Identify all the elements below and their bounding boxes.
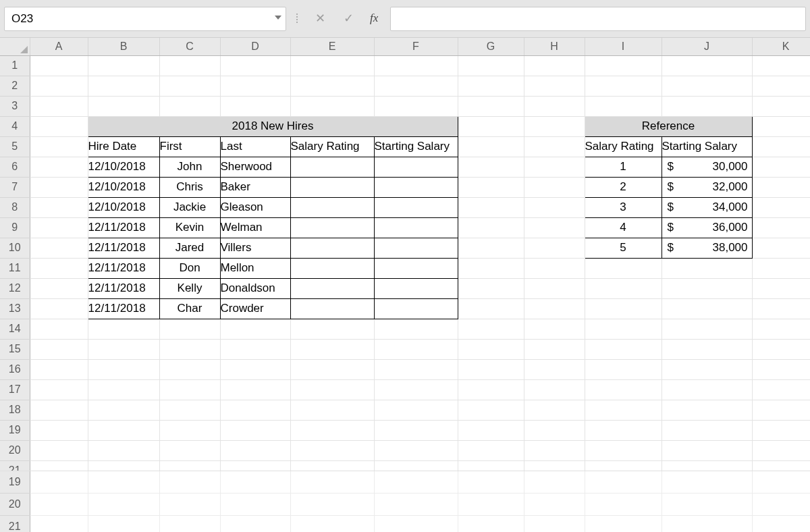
cell[interactable] <box>30 359 88 379</box>
cell[interactable] <box>30 258 88 278</box>
row-header[interactable]: 1 <box>0 55 30 76</box>
hires-cell[interactable] <box>290 177 374 197</box>
cell[interactable] <box>458 298 524 319</box>
row-header[interactable]: 2 <box>0 76 30 96</box>
cell[interactable] <box>585 379 662 400</box>
hires-cell[interactable]: Jared <box>159 238 220 258</box>
cell[interactable] <box>524 359 585 379</box>
ref-cell[interactable]: $36,000 <box>662 217 752 238</box>
row-header[interactable]: 17 <box>0 379 30 400</box>
cell[interactable] <box>752 96 810 116</box>
cell[interactable] <box>585 55 662 76</box>
cell[interactable] <box>585 400 662 420</box>
cell[interactable] <box>159 494 220 516</box>
cell[interactable] <box>524 494 585 516</box>
cell[interactable] <box>524 116 585 136</box>
cell[interactable] <box>88 471 159 494</box>
cell[interactable] <box>585 359 662 379</box>
col-header-I[interactable]: I <box>585 38 662 55</box>
cell[interactable] <box>662 420 752 440</box>
cell[interactable] <box>220 471 290 494</box>
cell[interactable] <box>662 440 752 460</box>
cell[interactable] <box>458 96 524 116</box>
cell[interactable] <box>524 516 585 533</box>
cell[interactable] <box>524 157 585 177</box>
cell[interactable] <box>662 359 752 379</box>
hires-cell[interactable]: Char <box>159 298 220 319</box>
cell[interactable] <box>88 420 159 440</box>
hires-cell[interactable] <box>290 258 374 278</box>
cell[interactable] <box>30 339 88 359</box>
cell[interactable] <box>585 494 662 516</box>
cell[interactable] <box>374 471 458 494</box>
cell[interactable] <box>752 157 810 177</box>
hires-cell[interactable]: 12/10/2018 <box>88 157 159 177</box>
cell[interactable] <box>290 96 374 116</box>
select-all-triangle[interactable] <box>0 38 30 55</box>
cell[interactable] <box>458 217 524 238</box>
cell[interactable] <box>524 471 585 494</box>
cell[interactable] <box>30 238 88 258</box>
cancel-edit-icon[interactable]: ✕ <box>313 11 327 26</box>
cell[interactable] <box>585 471 662 494</box>
ref-cell[interactable]: $34,000 <box>662 197 752 217</box>
ref-hdr-rating[interactable]: Salary Rating <box>585 136 662 157</box>
cell[interactable] <box>524 197 585 217</box>
cell[interactable] <box>524 96 585 116</box>
cell[interactable] <box>662 96 752 116</box>
cell[interactable] <box>752 197 810 217</box>
hires-cell[interactable]: Villers <box>220 238 290 258</box>
cell[interactable] <box>458 339 524 359</box>
cell[interactable] <box>374 76 458 96</box>
cell[interactable] <box>752 217 810 238</box>
cell[interactable] <box>752 440 810 460</box>
hires-cell[interactable]: Jackie <box>159 197 220 217</box>
cell[interactable] <box>30 96 88 116</box>
hires-cell[interactable]: 12/11/2018 <box>88 217 159 238</box>
worksheet-grid[interactable]: A B C D E F G H I J K 1 2 3 4 <box>0 37 810 532</box>
cell[interactable] <box>374 96 458 116</box>
hires-hdr-salary[interactable]: Starting Salary <box>374 136 458 157</box>
row-header[interactable]: 13 <box>0 298 30 319</box>
cell[interactable] <box>458 76 524 96</box>
cell[interactable] <box>458 258 524 278</box>
cell[interactable] <box>752 339 810 359</box>
cell[interactable] <box>220 420 290 440</box>
hires-cell[interactable]: John <box>159 157 220 177</box>
hires-cell[interactable]: 12/11/2018 <box>88 258 159 278</box>
cell[interactable] <box>374 516 458 533</box>
cell[interactable] <box>290 440 374 460</box>
hires-cell[interactable] <box>374 238 458 258</box>
cell[interactable] <box>88 379 159 400</box>
col-header-C[interactable]: C <box>159 38 220 55</box>
hires-cell[interactable]: 12/11/2018 <box>88 238 159 258</box>
cell[interactable] <box>88 400 159 420</box>
cell[interactable] <box>88 440 159 460</box>
cell[interactable] <box>585 420 662 440</box>
cell[interactable] <box>585 278 662 298</box>
cell[interactable] <box>458 420 524 440</box>
cell[interactable] <box>88 55 159 76</box>
cell[interactable] <box>752 55 810 76</box>
cell[interactable] <box>159 96 220 116</box>
cell[interactable] <box>524 420 585 440</box>
hires-cell[interactable]: Kevin <box>159 217 220 238</box>
row-header[interactable]: 4 <box>0 116 30 136</box>
cell[interactable] <box>752 278 810 298</box>
cell[interactable] <box>458 516 524 533</box>
hires-title[interactable]: 2018 New Hires <box>88 116 458 136</box>
cell[interactable] <box>220 379 290 400</box>
formula-bar-resize-handle[interactable] <box>293 7 301 30</box>
cell[interactable] <box>458 400 524 420</box>
col-header-G[interactable]: G <box>458 38 524 55</box>
hires-cell[interactable] <box>374 258 458 278</box>
row-header[interactable]: 19 <box>0 420 30 440</box>
cell[interactable] <box>585 96 662 116</box>
cell[interactable] <box>752 319 810 339</box>
row-header[interactable]: 8 <box>0 197 30 217</box>
cell[interactable] <box>662 278 752 298</box>
cell[interactable] <box>752 76 810 96</box>
hires-cell[interactable] <box>290 298 374 319</box>
cell[interactable] <box>30 516 88 533</box>
cell[interactable] <box>30 76 88 96</box>
